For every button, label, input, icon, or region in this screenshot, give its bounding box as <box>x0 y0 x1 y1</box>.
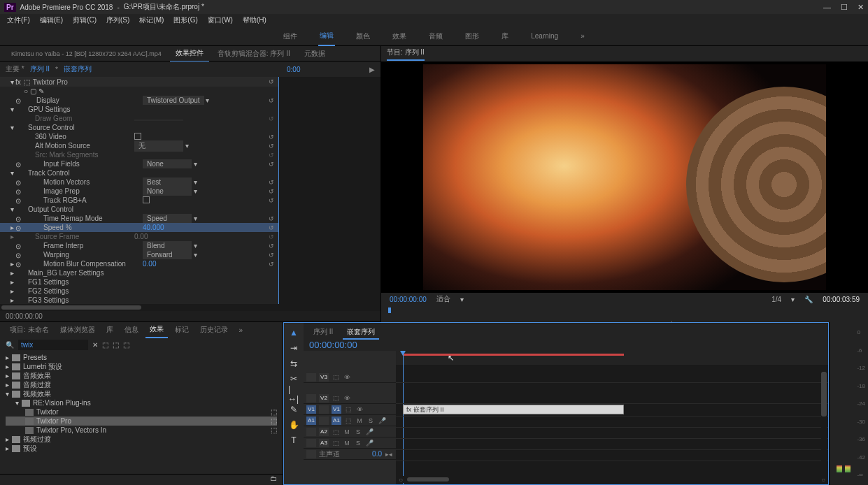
timeline-tab-nested[interactable]: 嵌套序列 <box>343 326 379 340</box>
track-a2[interactable]: A2⬚MS🎤 <box>304 426 396 437</box>
wrench-icon[interactable]: 🔧 <box>804 296 813 303</box>
tab-info[interactable]: 信息 <box>120 322 143 338</box>
timeline-tab-seq1[interactable]: 序列 II <box>309 326 337 340</box>
fx-badge-icon[interactable]: ⬚ <box>123 341 129 349</box>
ec-gpu[interactable]: ▾GPU Settings <box>0 105 278 114</box>
tree-revision[interactable]: ▾RE:Vision Plug-ins <box>6 398 277 407</box>
remap-dropdown[interactable]: Speed <box>143 214 192 223</box>
a3-row[interactable] <box>396 439 828 450</box>
mv-dropdown[interactable]: Best <box>143 178 192 187</box>
v1-row[interactable]: fx嵌套序列 II <box>396 404 828 417</box>
speed-value[interactable]: 40.000 <box>143 224 278 231</box>
menu-file[interactable]: 文件(F) <box>3 15 34 25</box>
a1-row[interactable] <box>396 417 828 428</box>
track-v1[interactable]: V1V1⬚👁 <box>304 404 396 415</box>
timeline-h-scroll[interactable] <box>407 477 449 482</box>
workspace-editing[interactable]: 编辑 <box>318 27 335 46</box>
ec-fg1[interactable]: ▸FG1 Settings <box>0 277 278 287</box>
input-fields-dropdown[interactable]: None <box>143 159 192 168</box>
tree-twixtor-vec[interactable]: Twixtor Pro, Vectors In⬚ <box>6 426 277 435</box>
tree-audio-trans[interactable]: ▸音频过渡 <box>6 380 277 389</box>
pen-tool[interactable]: ✎ <box>288 404 299 415</box>
fx-badge-icon[interactable]: ⬚ <box>102 341 108 349</box>
timeline-content[interactable]: ↖ fx嵌套序列 II ○○ <box>396 351 828 484</box>
timeline-ruler[interactable]: ↖ <box>396 351 828 365</box>
program-ruler[interactable] <box>381 305 868 315</box>
clear-search-icon[interactable]: ✕ <box>92 341 98 349</box>
ec-scrollbar[interactable] <box>1 305 141 310</box>
reset-icon[interactable]: ↺ <box>269 78 274 85</box>
tab-metadata[interactable]: 元数据 <box>299 46 331 61</box>
tab-project[interactable]: 项目: 未命名 <box>6 322 53 338</box>
workspace-overflow-icon[interactable]: » <box>579 28 586 44</box>
ec-keyframe-timeline[interactable] <box>278 77 380 304</box>
warp-dropdown[interactable]: Forward <box>143 250 192 259</box>
ec-fg3[interactable]: ▸FG3 Settings <box>0 296 278 304</box>
v3-row[interactable] <box>396 372 828 383</box>
program-tab[interactable]: 节目: 序列 II <box>387 48 425 61</box>
minimize-button[interactable]: — <box>823 3 831 12</box>
workspace-learning[interactable]: Learning <box>529 28 560 44</box>
tree-twixtor-pro[interactable]: Twixtor Pro⬚ <box>6 417 277 426</box>
program-playhead[interactable] <box>388 307 391 313</box>
workspace-graphics[interactable]: 图形 <box>464 27 481 45</box>
ec-track-control[interactable]: ▾Track Control <box>0 168 278 178</box>
program-viewer[interactable] <box>381 61 868 293</box>
program-tc-left[interactable]: 00:00:00:00 <box>390 296 427 303</box>
tree-audio-fx[interactable]: ▸音频效果 <box>6 371 277 380</box>
display-dropdown[interactable]: Twistored Output <box>143 96 204 105</box>
menu-window[interactable]: 窗口(W) <box>204 15 237 25</box>
workspace-effects[interactable]: 效果 <box>391 27 408 45</box>
timeline-v-scroll[interactable] <box>821 365 827 476</box>
overflow-icon[interactable]: » <box>235 324 248 337</box>
checkbox-rgba[interactable] <box>143 196 150 203</box>
tree-presets2[interactable]: ▸预设 <box>6 444 277 453</box>
razor-tool[interactable]: ✂ <box>288 373 299 384</box>
work-area-bar[interactable] <box>403 354 624 356</box>
ec-toggle-icon[interactable]: ▶ <box>369 66 375 73</box>
tab-markers[interactable]: 标记 <box>171 322 193 338</box>
tab-source-clip[interactable]: Kimetsu no Yaiba - 12 [BD] 1280x720 x264… <box>6 48 167 60</box>
menu-markers[interactable]: 标记(M) <box>135 15 168 25</box>
ec-seq2-link[interactable]: 嵌套序列 <box>64 64 92 74</box>
tab-effect-controls[interactable]: 效果控件 <box>170 45 209 62</box>
track-a1[interactable]: A1A1⬚MS🎤 <box>304 415 396 426</box>
prep-dropdown[interactable]: None <box>143 187 192 196</box>
tree-twixtor[interactable]: Twixtor⬚ <box>6 407 277 417</box>
a2-row[interactable] <box>396 428 828 439</box>
effects-search-input[interactable] <box>18 340 88 350</box>
track-v3[interactable]: V3⬚👁 <box>304 372 396 383</box>
tab-libraries[interactable]: 库 <box>102 322 118 338</box>
tree-presets[interactable]: ▸Presets <box>6 353 277 362</box>
ec-main-bg[interactable]: ▸Main_BG Layer Settings <box>0 268 278 277</box>
master-row[interactable] <box>396 450 828 461</box>
tab-audio-mixer[interactable]: 音轨剪辑混合器: 序列 II <box>212 46 296 61</box>
ec-output-control[interactable]: ▾Output Control <box>0 205 278 214</box>
interp-dropdown[interactable]: Blend <box>143 241 192 250</box>
workspace-audio[interactable]: 音频 <box>427 27 444 45</box>
ripple-tool[interactable]: ⇆ <box>288 358 299 369</box>
track-master[interactable]: 主声道0.0▸◂ <box>304 449 396 460</box>
ec-fg2[interactable]: ▸FG2 Settings <box>0 287 278 296</box>
menu-help[interactable]: 帮助(H) <box>239 15 271 25</box>
menu-sequence[interactable]: 序列(S) <box>102 15 134 25</box>
mb-value[interactable]: 0.00 <box>143 260 278 268</box>
track-select-tool[interactable]: ⇥ <box>288 342 299 354</box>
tab-history[interactable]: 历史记录 <box>196 322 232 338</box>
maximize-button[interactable]: ☐ <box>841 3 848 12</box>
ec-fx-twixtor[interactable]: ▾fx ⬚ Twixtor Pro ↺ <box>0 77 278 87</box>
tree-lumetri[interactable]: ▸Lumetri 预设 <box>6 362 277 371</box>
menu-graphics[interactable]: 图形(G) <box>169 15 201 25</box>
tree-video-fx[interactable]: ▾视频效果 <box>6 389 277 398</box>
checkbox-360[interactable] <box>134 133 141 140</box>
track-a3[interactable]: A3⬚MS🎤 <box>304 437 396 449</box>
timeline-timecode[interactable]: 00:00:00:00 <box>309 340 823 350</box>
program-fit-dropdown[interactable]: 适合 <box>436 294 450 304</box>
tab-media-browser[interactable]: 媒体浏览器 <box>56 322 99 338</box>
program-res-dropdown[interactable]: 1/4 <box>771 296 781 303</box>
ec-playhead[interactable] <box>278 77 279 304</box>
tab-effects[interactable]: 效果 <box>145 321 168 338</box>
selection-tool[interactable]: ▲ <box>288 327 299 338</box>
workspace-assembly[interactable]: 组件 <box>282 27 299 45</box>
ec-speed-pct[interactable]: ▸⊙Speed %40.000↺ <box>0 223 278 232</box>
